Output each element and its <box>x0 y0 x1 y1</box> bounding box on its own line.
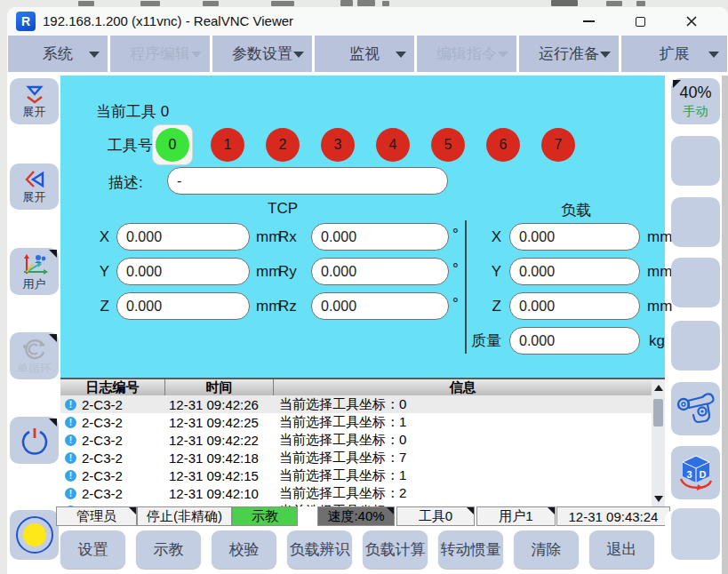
tcp-rx-input[interactable] <box>311 223 449 251</box>
log-row[interactable]: 2-C3-2 12-31 09:42:25 当前选择工具坐标：1 <box>60 413 652 431</box>
settings-button[interactable]: 设置 <box>60 530 125 569</box>
right-sidebar-button-5[interactable] <box>671 321 720 371</box>
robot-hand-icon <box>676 392 716 426</box>
load-mass-input[interactable] <box>509 327 640 355</box>
tool-0-button[interactable]: 0 <box>156 128 189 162</box>
load-y-input[interactable] <box>509 258 640 285</box>
svg-text:3: 3 <box>686 469 692 480</box>
log-row[interactable]: 2-C3-2 12-31 09:42:22 当前选择工具坐标：0 <box>60 431 652 449</box>
tcp-ry-input[interactable] <box>311 258 449 285</box>
status-datetime: 12-31 09:43:24 <box>556 506 670 526</box>
view-3d-button[interactable]: 3 D <box>671 446 720 499</box>
mode-manual-label: 手动 <box>684 104 708 120</box>
window-title: 192.168.1.200 (x11vnc) - RealVNC Viewer <box>43 13 293 28</box>
corner-flag-icon <box>467 507 474 514</box>
minimize-icon <box>583 20 595 22</box>
menu-monitor[interactable]: 监视 <box>315 36 414 72</box>
clear-button[interactable]: 清除 <box>514 530 579 569</box>
status-tool[interactable]: 工具0 <box>396 506 475 526</box>
title-bar: R 192.168.1.200 (x11vnc) - RealVNC Viewe… <box>7 7 728 36</box>
description-label: 描述: <box>108 172 143 193</box>
log-row[interactable]: 2-C3-2 12-31 09:42:15 当前选择工具坐标：1 <box>60 466 652 484</box>
tcp-ry-label: Ry <box>278 258 307 285</box>
chevron-down-icon <box>600 52 611 58</box>
tool-7-button[interactable]: 7 <box>541 128 575 162</box>
tool-2-button[interactable]: 2 <box>266 128 300 162</box>
tool-5-button[interactable]: 5 <box>431 128 465 162</box>
exit-button[interactable]: 退出 <box>589 530 654 569</box>
load-z-unit: mm <box>647 292 672 320</box>
tool-3-button[interactable]: 3 <box>321 128 355 162</box>
close-icon <box>685 15 698 28</box>
chevron-down-icon <box>498 52 508 58</box>
tcp-rz-input[interactable] <box>311 292 449 320</box>
double-chevron-left-icon <box>23 170 46 189</box>
menu-run-prepare[interactable]: 运行准备 <box>519 36 619 72</box>
verify-button[interactable]: 校验 <box>212 530 276 569</box>
log-col-msg[interactable]: 信息 <box>274 379 652 395</box>
load-x-input[interactable] <box>509 223 640 251</box>
speed-mode-button[interactable]: 40% 手动 <box>671 78 720 124</box>
tcp-z-label: Z <box>87 292 109 320</box>
inertia-button[interactable]: 转动惯量 <box>438 530 503 569</box>
sidebar-expand-left-button[interactable]: 展开 <box>10 163 59 210</box>
load-z-input[interactable] <box>509 292 640 320</box>
hand-guide-button[interactable] <box>671 382 720 435</box>
tool-6-button[interactable]: 6 <box>486 128 520 162</box>
close-button[interactable] <box>672 7 711 36</box>
right-sidebar-button-4[interactable] <box>671 258 720 307</box>
tcp-rx-unit: ° <box>452 220 459 248</box>
description-input[interactable] <box>167 167 448 195</box>
info-icon <box>65 470 76 482</box>
menu-parameter-settings[interactable]: 参数设置 <box>212 36 312 72</box>
status-user-frame[interactable]: 用户1 <box>476 506 556 526</box>
tcp-rx-label: Rx <box>278 223 307 251</box>
tcp-rz-label: Rz <box>278 292 307 320</box>
load-mass-label: 质量 <box>462 327 501 355</box>
load-identify-button[interactable]: 负载辨识 <box>287 530 352 569</box>
menu-extension[interactable]: 扩展 <box>621 36 727 72</box>
status-speed[interactable]: 速度:40% <box>317 506 395 526</box>
view-3d-icon: 3 D <box>676 454 716 491</box>
right-sidebar-button-8[interactable] <box>671 508 720 560</box>
scroll-down-icon[interactable] <box>654 496 663 502</box>
status-user-role[interactable]: 管理员 <box>56 506 137 526</box>
single-cycle-icon <box>21 338 48 361</box>
info-icon <box>65 399 76 411</box>
right-sidebar-button-2[interactable] <box>671 136 720 186</box>
sidebar-enable-switch-button[interactable] <box>10 510 59 560</box>
log-row[interactable]: 2-C3-2 12-31 09:42:26 当前选择工具坐标：0 <box>60 395 652 413</box>
sidebar-expand-down-button[interactable]: 展开 <box>10 78 59 124</box>
menu-system[interactable]: 系统 <box>8 36 108 72</box>
scroll-up-icon[interactable] <box>654 385 663 391</box>
log-row[interactable]: 2-C3-2 12-31 09:42:18 当前选择工具坐标：7 <box>60 449 652 466</box>
log-scrollbar[interactable] <box>652 379 665 506</box>
corner-flag-icon <box>387 507 394 514</box>
status-run-state: 停止(非精确) <box>137 506 232 526</box>
menu-program-edit: 程序编辑 <box>110 36 210 72</box>
load-z-label: Z <box>476 292 501 320</box>
log-row[interactable]: 2-C3-2 12-31 09:42:10 当前选择工具坐标：2 <box>60 484 652 502</box>
menu-bar: 系统 程序编辑 参数设置 监视 编辑指令 运行准备 扩展 <box>7 36 728 72</box>
minimize-button[interactable] <box>569 7 608 36</box>
right-sidebar-button-3[interactable] <box>671 197 720 247</box>
tcp-z-input[interactable] <box>116 292 250 320</box>
tcp-y-input[interactable] <box>116 258 250 285</box>
maximize-button[interactable] <box>620 7 660 36</box>
sidebar-power-button[interactable] <box>10 417 59 464</box>
log-col-id[interactable]: 日志编号 <box>60 379 165 395</box>
tool-4-button[interactable]: 4 <box>376 128 410 162</box>
tool-no-label: 工具号 <box>108 135 153 155</box>
tcp-x-input[interactable] <box>116 223 250 251</box>
corner-flag-icon <box>129 507 136 514</box>
load-calc-button[interactable]: 负载计算 <box>363 530 428 569</box>
sidebar-user-frame-button[interactable]: 用户 <box>10 248 59 295</box>
chevron-down-icon <box>396 52 406 58</box>
scrollbar-thumb[interactable] <box>653 399 663 427</box>
teach-button[interactable]: 示教 <box>136 530 201 569</box>
load-x-unit: mm <box>647 223 672 251</box>
tool-1-button[interactable]: 1 <box>211 128 244 162</box>
log-col-time[interactable]: 时间 <box>165 379 274 395</box>
log-table: 日志编号 时间 信息 2-C3-2 12-31 09:42:26 当前选择工具坐… <box>60 378 665 506</box>
right-edge-strip <box>722 76 728 574</box>
